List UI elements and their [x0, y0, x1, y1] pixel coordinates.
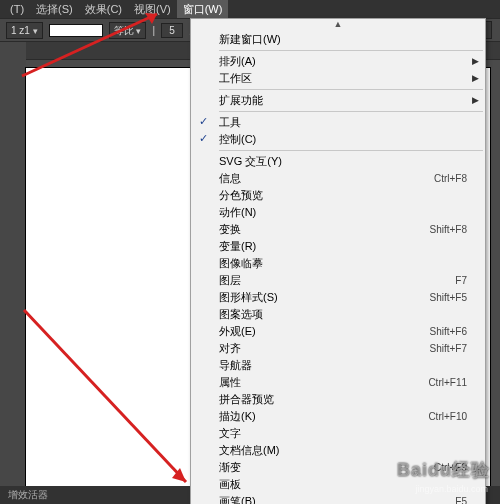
scroll-up-icon[interactable]: ▲ [191, 19, 485, 31]
menu-window[interactable]: 窗口(W) [177, 0, 229, 18]
menu-item-actions[interactable]: 动作(N) [191, 204, 485, 221]
separator [219, 150, 483, 151]
check-icon: ✓ [199, 132, 208, 145]
point-count-input[interactable] [161, 23, 183, 38]
menu-item-attributes[interactable]: 属性Ctrl+F11 [191, 374, 485, 391]
chevron-right-icon: ▶ [472, 56, 479, 66]
menu-item-artboards[interactable]: 画板 [191, 476, 485, 493]
menu-item-flattener-preview[interactable]: 拼合器预览 [191, 391, 485, 408]
menu-item-brushes[interactable]: 画笔(B)F5 [191, 493, 485, 504]
menu-item-image-trace[interactable]: 图像临摹 [191, 255, 485, 272]
menu-item-document-info[interactable]: 文档信息(M) [191, 442, 485, 459]
menu-item-navigator[interactable]: 导航器 [191, 357, 485, 374]
menu-item-align[interactable]: 对齐Shift+F7 [191, 340, 485, 357]
chevron-down-icon: ▾ [136, 26, 141, 36]
menu-item-control[interactable]: ✓控制(C) [191, 131, 485, 148]
tools-panel[interactable] [0, 42, 26, 504]
chevron-right-icon: ▶ [472, 95, 479, 105]
menu-object-t[interactable]: (T) [4, 0, 30, 18]
menu-item-variables[interactable]: 变量(R) [191, 238, 485, 255]
separator [219, 89, 483, 90]
menu-item-graphic-styles[interactable]: 图形样式(S)Shift+F5 [191, 289, 485, 306]
menu-view[interactable]: 视图(V) [128, 0, 177, 18]
chevron-down-icon: ▾ [33, 26, 38, 36]
check-icon: ✓ [199, 115, 208, 128]
stroke-swatch[interactable] [49, 24, 103, 37]
menu-item-stroke[interactable]: 描边(K)Ctrl+F10 [191, 408, 485, 425]
menu-item-separations-preview[interactable]: 分色预览 [191, 187, 485, 204]
menu-item-svg-interactivity[interactable]: SVG 交互(Y) [191, 153, 485, 170]
stroke-width-select[interactable]: 1 z1 ▾ [6, 22, 43, 39]
menu-item-pattern-options[interactable]: 图案选项 [191, 306, 485, 323]
window-menu-dropdown: ▲ 新建窗口(W) 排列(A)▶ 工作区▶ 扩展功能▶ ✓工具 ✓控制(C) S… [190, 18, 486, 504]
separator [219, 50, 483, 51]
menu-item-appearance[interactable]: 外观(E)Shift+F6 [191, 323, 485, 340]
profile-select[interactable]: 等比 ▾ [109, 22, 147, 39]
menu-item-layers[interactable]: 图层F7 [191, 272, 485, 289]
menu-item-new-window[interactable]: 新建窗口(W) [191, 31, 485, 48]
separator [219, 111, 483, 112]
menu-item-gradient[interactable]: 渐变Ctrl+F9 [191, 459, 485, 476]
menu-item-info[interactable]: 信息Ctrl+F8 [191, 170, 485, 187]
menu-item-transform[interactable]: 变换Shift+F8 [191, 221, 485, 238]
menu-item-extensions[interactable]: 扩展功能▶ [191, 92, 485, 109]
menu-item-workspace[interactable]: 工作区▶ [191, 70, 485, 87]
menu-effect[interactable]: 效果(C) [79, 0, 128, 18]
menu-item-tools[interactable]: ✓工具 [191, 114, 485, 131]
divider-icon: | [152, 25, 155, 36]
menubar: (T) 选择(S) 效果(C) 视图(V) 窗口(W) [0, 0, 500, 18]
menu-item-type[interactable]: 文字 [191, 425, 485, 442]
menu-select[interactable]: 选择(S) [30, 0, 79, 18]
chevron-right-icon: ▶ [472, 73, 479, 83]
menu-item-arrange[interactable]: 排列(A)▶ [191, 53, 485, 70]
